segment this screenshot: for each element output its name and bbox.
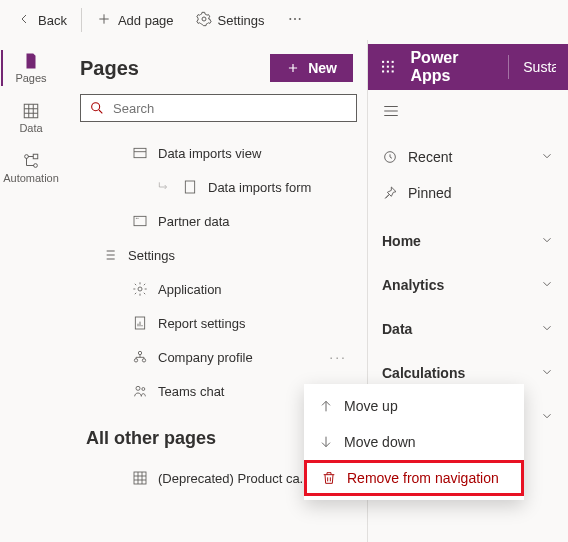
svg-point-18 [142, 359, 145, 362]
plus-icon [286, 61, 300, 75]
context-menu: Move up Move down Remove from navigation [304, 384, 524, 500]
tree-node-company-profile[interactable]: Company profile ··· [80, 340, 357, 374]
report-icon [132, 315, 148, 331]
tree-node-settings[interactable]: Settings [80, 238, 357, 272]
settings-label: Settings [218, 13, 265, 28]
svg-rect-24 [392, 61, 394, 63]
svg-rect-11 [134, 216, 146, 225]
node-more-button[interactable]: ··· [329, 349, 347, 365]
tree-node-data-imports-form[interactable]: Data imports form [80, 170, 357, 204]
nav-pinned[interactable]: Pinned [382, 175, 554, 211]
tree-node-application[interactable]: Application [80, 272, 357, 306]
nav-section-label: Analytics [382, 277, 444, 293]
chevron-down-icon [540, 409, 554, 426]
leftnav-pages-label: Pages [15, 72, 46, 84]
leftnav-data[interactable]: Data [6, 98, 56, 138]
brand-label: Power Apps [410, 49, 494, 85]
tree-node-label: Settings [128, 248, 347, 263]
leftnav-automation[interactable]: Automation [6, 148, 56, 188]
add-page-button[interactable]: Add page [88, 7, 182, 34]
chevron-down-icon [540, 149, 554, 166]
app-header: Power Apps Susta [368, 44, 568, 90]
svg-point-19 [136, 386, 140, 390]
grid-icon [132, 470, 148, 486]
new-label: New [308, 60, 337, 76]
svg-point-2 [294, 18, 296, 20]
svg-point-20 [142, 388, 145, 391]
tree-node-label: Partner data [158, 214, 347, 229]
org-icon [132, 349, 148, 365]
tree-node-report-settings[interactable]: Report settings [80, 306, 357, 340]
hamburger-button[interactable] [382, 102, 554, 123]
ctx-move-down[interactable]: Move down [304, 424, 524, 460]
svg-rect-27 [392, 66, 394, 68]
settings-button[interactable]: Settings [188, 7, 273, 34]
svg-point-6 [34, 164, 38, 168]
svg-point-0 [202, 17, 206, 21]
divider [81, 8, 82, 32]
svg-rect-22 [382, 61, 384, 63]
trash-icon [321, 470, 337, 486]
pin-icon [382, 185, 398, 201]
svg-rect-26 [387, 66, 389, 68]
leftnav-automation-label: Automation [3, 172, 59, 184]
back-button[interactable]: Back [8, 7, 75, 34]
tree-node-label: Report settings [158, 316, 347, 331]
gear-icon [196, 11, 212, 30]
svg-point-5 [25, 155, 29, 159]
search-box[interactable] [80, 94, 357, 122]
leftnav-pages[interactable]: Pages [6, 48, 56, 88]
teams-icon [132, 383, 148, 399]
clock-icon [382, 149, 398, 165]
svg-point-17 [134, 359, 137, 362]
chevron-down-icon [540, 365, 554, 382]
tree-node-label: Data imports form [208, 180, 347, 195]
divider [508, 55, 509, 79]
subbrand-label: Susta [523, 59, 556, 75]
arrow-left-icon [16, 11, 32, 30]
nav-section-home[interactable]: Home [382, 221, 554, 261]
tree-node-label: Data imports view [158, 146, 347, 161]
search-input[interactable] [113, 101, 348, 116]
svg-point-12 [136, 218, 137, 219]
nav-section-label: Home [382, 233, 421, 249]
svg-point-1 [289, 18, 291, 20]
svg-point-13 [137, 218, 138, 219]
tree-node-partner-data[interactable]: Partner data [80, 204, 357, 238]
more-button[interactable] [279, 7, 311, 34]
webpage-icon [132, 213, 148, 229]
svg-point-16 [138, 351, 141, 354]
svg-rect-30 [392, 70, 394, 72]
ctx-move-up-label: Move up [344, 398, 398, 414]
ctx-remove-label: Remove from navigation [347, 470, 499, 486]
back-label: Back [38, 13, 67, 28]
top-command-bar: Back Add page Settings [0, 0, 568, 40]
nav-pinned-label: Pinned [408, 185, 452, 201]
nav-section-analytics[interactable]: Analytics [382, 265, 554, 305]
flow-icon [22, 152, 40, 170]
plus-icon [96, 11, 112, 30]
tree-node-data-imports-view[interactable]: Data imports view [80, 136, 357, 170]
gear-icon [132, 281, 148, 297]
new-button[interactable]: New [270, 54, 353, 82]
arrow-down-icon [318, 434, 334, 450]
chevron-down-icon [540, 321, 554, 338]
nav-section-label: Data [382, 321, 412, 337]
svg-rect-9 [134, 148, 146, 157]
pages-title: Pages [80, 57, 139, 80]
svg-rect-23 [387, 61, 389, 63]
nav-recent[interactable]: Recent [382, 139, 554, 175]
nav-section-label: Calculations [382, 365, 465, 381]
ctx-move-up[interactable]: Move up [304, 388, 524, 424]
chevron-down-icon [540, 233, 554, 250]
svg-point-8 [92, 103, 100, 111]
search-icon [89, 100, 105, 116]
more-horizontal-icon [287, 11, 303, 30]
svg-rect-10 [185, 181, 194, 193]
nav-section-data[interactable]: Data [382, 309, 554, 349]
nav-recent-label: Recent [408, 149, 452, 165]
waffle-icon[interactable] [380, 58, 396, 76]
page-icon [22, 52, 40, 70]
ctx-remove-from-nav[interactable]: Remove from navigation [304, 460, 524, 496]
left-rail: Pages Data Automation [0, 40, 62, 542]
